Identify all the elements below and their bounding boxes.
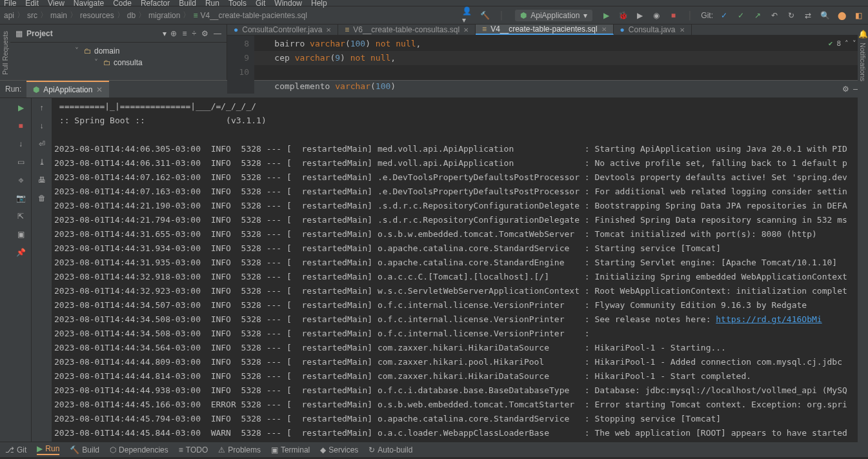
notifications-icon[interactable]: 🔔: [858, 30, 868, 39]
breadcrumb-part[interactable]: migration: [148, 11, 180, 20]
export-icon[interactable]: ⇱: [15, 210, 26, 222]
run-icon[interactable]: ▶: [600, 10, 612, 21]
console-output[interactable]: =========|_|==============|___/=/_/_/_/ …: [52, 98, 858, 442]
status-problems[interactable]: ⚠Problems: [218, 445, 261, 454]
run-config-selector[interactable]: ⬢ ApiApplication ▾: [515, 10, 592, 21]
print-icon[interactable]: 🖶: [36, 174, 48, 186]
tab-v6-sql[interactable]: ≡ V6__create-table-consultas.sql ✕: [338, 25, 476, 35]
menu-view[interactable]: View: [48, 0, 65, 8]
menu-run[interactable]: Run: [205, 0, 219, 8]
menu-refactor[interactable]: Refactor: [141, 0, 170, 8]
tree-item-consulta[interactable]: ˅ 🗀 consulta: [10, 57, 227, 68]
tab-label: V4__create-table-pacientes.sql: [490, 25, 597, 34]
breadcrumb-part[interactable]: db: [127, 11, 136, 20]
notifications-tab[interactable]: Notifications: [859, 43, 867, 81]
breadcrumb-part[interactable]: resources: [80, 11, 114, 20]
gear-icon[interactable]: ⚙: [201, 29, 208, 38]
status-bar: ⎇Git ▶Run 🔨Build ⬡Dependencies ≡TODO ⚠Pr…: [0, 442, 868, 457]
spring-icon: ⬢: [33, 85, 39, 94]
status-todo[interactable]: ≡TODO: [179, 445, 208, 454]
menu-help[interactable]: Help: [311, 0, 327, 8]
select-file-icon[interactable]: ⊕: [170, 29, 177, 38]
menu-code[interactable]: Code: [113, 0, 132, 8]
breadcrumb-part[interactable]: api: [4, 11, 14, 20]
collapse-icon[interactable]: ÷: [192, 29, 196, 38]
sql-file-icon: ≡: [482, 25, 487, 34]
expand-icon[interactable]: ≡: [182, 29, 187, 38]
project-title[interactable]: Project: [26, 29, 159, 38]
close-icon[interactable]: ✕: [96, 85, 103, 94]
git-branch-icon[interactable]: ⇄: [802, 10, 814, 21]
layout-icon[interactable]: ▭: [15, 156, 26, 168]
divider: │: [496, 10, 507, 21]
tab-v4-sql[interactable]: ≡ V4__create-table-pacientes.sql ✕: [476, 25, 613, 35]
menu-file[interactable]: File: [4, 0, 16, 8]
pin-icon[interactable]: ▣: [15, 229, 26, 240]
editor-tabs: ● ConsultaController.java ✕ ≡ V6__create…: [227, 25, 868, 36]
attach-icon[interactable]: ⎆: [15, 174, 26, 186]
user-icon[interactable]: 👤▾: [462, 10, 474, 21]
git-pull-icon[interactable]: ✓: [718, 10, 730, 21]
git-history-icon[interactable]: ↶: [769, 10, 780, 21]
hide-icon[interactable]: —: [214, 29, 221, 38]
tree-item-domain[interactable]: ˅ 🗀 domain: [10, 45, 227, 57]
wrap-icon[interactable]: ⏎: [36, 138, 48, 150]
git-rollback-icon[interactable]: ↻: [785, 10, 797, 21]
tab-consultacontroller[interactable]: ● ConsultaController.java ✕: [227, 25, 338, 35]
tab-consulta-java[interactable]: ● Consulta.java ✕: [614, 25, 692, 35]
breadcrumb-part[interactable]: main: [50, 11, 67, 20]
build-icon[interactable]: 🔨: [479, 10, 490, 21]
close-icon[interactable]: ✕: [463, 26, 469, 34]
rerun-icon[interactable]: ▶: [15, 102, 26, 114]
code-area[interactable]: bairro varchar(100) not null, cep varcha…: [254, 36, 868, 94]
run-tool-window: Run: ⬢ ApiApplication ✕ ⚙ — ▶ ■ ↓ ▭ ⎆ 📷 …: [0, 80, 868, 442]
pull-requests-tab[interactable]: Pull Requests: [1, 31, 9, 75]
stop-icon[interactable]: ■: [667, 10, 679, 21]
close-icon[interactable]: ✕: [326, 26, 331, 34]
status-terminal[interactable]: ▣Terminal: [271, 445, 310, 454]
stop-icon[interactable]: ■: [15, 120, 26, 132]
tack-icon[interactable]: 📌: [15, 247, 26, 258]
status-autobuild[interactable]: ↻Auto-build: [368, 445, 412, 454]
menu-tools[interactable]: Tools: [228, 0, 247, 8]
search-icon[interactable]: 🔍: [819, 10, 831, 21]
status-git[interactable]: ⎇Git: [5, 445, 26, 454]
menu-navigate[interactable]: Navigate: [74, 0, 104, 8]
ide-settings-icon[interactable]: ◧: [853, 10, 864, 21]
editor-inspection-status[interactable]: ✔ 8 ˄ ˅: [829, 39, 856, 48]
status-build[interactable]: 🔨Build: [70, 445, 99, 454]
status-dependencies[interactable]: ⬡Dependencies: [110, 445, 168, 454]
menu-git[interactable]: Git: [256, 0, 265, 8]
run-tab-apiapplication[interactable]: ⬢ ApiApplication ✕: [26, 81, 109, 97]
down-icon[interactable]: ↓: [36, 120, 48, 132]
coverage-icon[interactable]: ▶: [634, 10, 645, 21]
git-commit-icon[interactable]: ✓: [735, 10, 747, 21]
close-icon[interactable]: ✕: [601, 26, 607, 33]
spring-icon: ⬢: [520, 11, 527, 20]
release-notes-link[interactable]: https://rd.gt/416ObMi: [716, 314, 822, 324]
ide-update-icon[interactable]: ⬤: [836, 10, 847, 21]
status-run[interactable]: ▶Run: [37, 444, 59, 455]
breadcrumb-file[interactable]: V4__create-table-pacientes.sql: [200, 11, 307, 20]
deps-icon: ⬡: [110, 445, 116, 454]
editor-body[interactable]: ✔ 8 ˄ ˅ 8 9 10 bairro varchar(100) not n…: [227, 36, 868, 94]
clear-icon[interactable]: 🗑: [36, 192, 48, 204]
menu-build[interactable]: Build: [179, 0, 196, 8]
close-icon[interactable]: ✕: [680, 26, 685, 34]
profile-icon[interactable]: ◉: [651, 10, 662, 21]
git-push-icon[interactable]: ↗: [752, 10, 763, 21]
menu-edit[interactable]: Edit: [25, 0, 39, 8]
check-icon: ✔: [829, 39, 833, 48]
chevron-down-icon[interactable]: ▾: [163, 29, 167, 38]
camera-icon[interactable]: 📷: [15, 192, 26, 204]
next-icon[interactable]: ˅: [853, 39, 856, 48]
scroll-icon[interactable]: ⤓: [36, 156, 48, 168]
prev-icon[interactable]: ˄: [845, 39, 849, 48]
menu-window[interactable]: Window: [274, 0, 302, 8]
up-icon[interactable]: ↑: [36, 102, 48, 114]
debug-icon[interactable]: 🐞: [617, 10, 629, 21]
breadcrumb-part[interactable]: src: [27, 11, 37, 20]
status-services[interactable]: ◆Services: [320, 445, 358, 454]
folder-icon: 🗀: [84, 46, 92, 56]
exit-icon[interactable]: ↓: [15, 138, 26, 150]
